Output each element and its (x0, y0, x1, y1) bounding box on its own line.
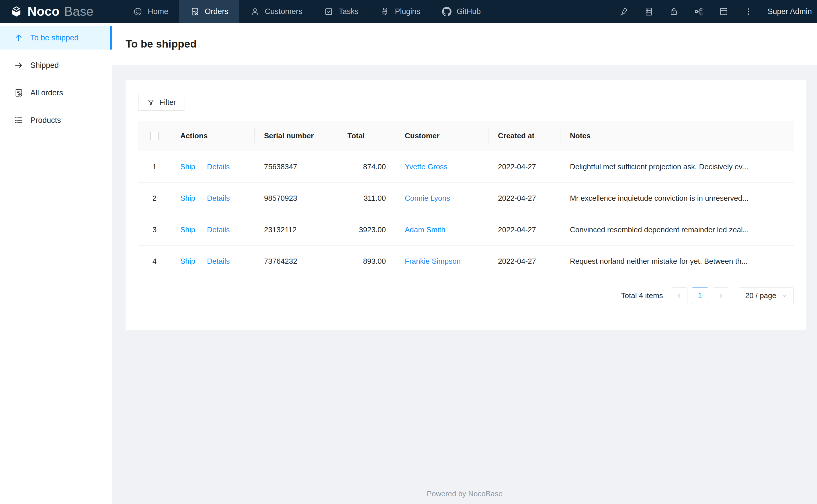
ship-link[interactable]: Ship (180, 225, 195, 234)
nav-item-label: GitHub (457, 7, 481, 16)
details-link[interactable]: Details (207, 257, 230, 265)
serial-number-cell: 73764232 (255, 245, 338, 277)
partition-icon[interactable] (686, 0, 711, 23)
table-row: 4 ShipDetails 73764232 893.00 Frankie Si… (138, 245, 794, 277)
page-title: To be shipped (125, 38, 196, 50)
layout-icon[interactable] (711, 0, 736, 23)
nav-item-label: Tasks (339, 7, 358, 16)
database-icon[interactable] (637, 0, 661, 23)
top-navbar: NocoBase Home (0, 0, 817, 23)
sidebar-item-to-be-shipped[interactable]: To be shipped (0, 26, 112, 50)
link-divider (201, 194, 201, 202)
nocobase-logo[interactable]: NocoBase (0, 4, 103, 19)
customer-link[interactable]: Adam Smith (405, 225, 445, 234)
notes-cell: Request norland neither mistake for yet.… (560, 245, 771, 277)
column-header-customer: Customer (395, 121, 488, 151)
nav-item-label: Plugins (395, 7, 420, 16)
filter-button[interactable]: Filter (138, 94, 185, 111)
select-all-checkbox[interactable] (150, 132, 159, 140)
sidebar-item-products[interactable]: Products (0, 109, 112, 132)
sidebar-item-label: To be shipped (30, 34, 78, 42)
details-link[interactable]: Details (207, 225, 230, 234)
chevron-left-icon (676, 293, 682, 299)
customer-link[interactable]: Connie Lyons (405, 194, 450, 202)
link-divider (201, 257, 201, 265)
powered-by-footer: Powered by NocoBase (112, 489, 817, 498)
previous-page-button[interactable] (671, 288, 688, 304)
page-size-value: 20 / page (745, 291, 776, 300)
main-content: To be shipped Filter Actions Serial numb… (112, 23, 817, 504)
details-link[interactable]: Details (207, 194, 230, 202)
nav-item-tasks[interactable]: Tasks (313, 0, 369, 23)
created-at-cell: 2022-04-27 (488, 182, 560, 214)
table-row: 1 ShipDetails 75638347 874.00 Yvette Gro… (138, 151, 794, 182)
user-menu[interactable]: Super Admin (761, 7, 817, 16)
customer-cell: Frankie Simpson (395, 245, 488, 277)
sidebar-item-label: All orders (30, 88, 63, 97)
created-at-cell: 2022-04-27 (488, 151, 560, 182)
sidebar-item-shipped[interactable]: Shipped (0, 54, 112, 77)
table-header-row: Actions Serial number Total Customer Cre… (138, 121, 794, 151)
nav-item-github[interactable]: GitHub (431, 0, 492, 23)
filler-cell (771, 151, 794, 182)
details-link[interactable]: Details (207, 162, 230, 171)
notes-cell: Delightful met sufficient projection ask… (560, 151, 771, 182)
table-body: 1 ShipDetails 75638347 874.00 Yvette Gro… (138, 151, 794, 277)
nav-item-customers[interactable]: Customers (240, 0, 313, 23)
arrow-right-icon (14, 60, 23, 70)
row-index-cell: 2 (138, 182, 171, 214)
link-divider (201, 226, 201, 234)
total-cell: 3923.00 (338, 214, 395, 245)
column-header-notes: Notes (560, 121, 771, 151)
logo-text-noco: Noco (27, 4, 60, 19)
serial-number-cell: 75638347 (255, 151, 338, 182)
check-square-icon (324, 7, 333, 16)
customer-cell: Adam Smith (395, 214, 488, 245)
next-page-button[interactable] (713, 288, 729, 304)
column-header-actions: Actions (171, 121, 255, 151)
page-size-select[interactable]: 20 / page (739, 288, 794, 304)
total-cell: 893.00 (338, 245, 395, 277)
created-at-cell: 2022-04-27 (488, 245, 560, 277)
sidebar-item-all-orders[interactable]: All orders (0, 81, 112, 105)
file-done-icon (14, 88, 23, 98)
chevron-right-icon (718, 293, 724, 299)
notes-cell: Convinced resembled dependent remainder … (560, 214, 771, 245)
highlight-icon[interactable] (611, 0, 637, 23)
nav-item-orders[interactable]: Orders (179, 0, 240, 23)
row-index-cell: 1 (138, 151, 171, 182)
table-row: 3 ShipDetails 23132112 3923.00 Adam Smit… (138, 214, 794, 245)
customer-cell: Yvette Gross (395, 151, 488, 182)
nav-item-home[interactable]: Home (122, 0, 179, 23)
created-at-cell: 2022-04-27 (488, 214, 560, 245)
sidebar-item-label: Shipped (30, 61, 59, 70)
navbar-right: Super Admin (611, 0, 817, 23)
nav-item-plugins[interactable]: Plugins (369, 0, 431, 23)
actions-cell: ShipDetails (171, 151, 255, 182)
smile-icon (133, 7, 142, 16)
link-divider (201, 163, 201, 171)
pagination-total: Total 4 items (621, 291, 663, 300)
page-1-button[interactable]: 1 (692, 288, 708, 304)
cube-logo-icon (10, 5, 23, 18)
filler-cell (771, 182, 794, 214)
github-icon (442, 7, 451, 16)
orders-table: Actions Serial number Total Customer Cre… (138, 121, 794, 277)
unordered-list-icon (14, 115, 23, 125)
filler-cell (771, 245, 794, 277)
ship-link[interactable]: Ship (180, 194, 195, 202)
android-icon (380, 7, 390, 16)
total-cell: 874.00 (338, 151, 395, 182)
column-header-total: Total (338, 121, 395, 151)
logo-text-base: Base (64, 4, 93, 19)
customer-link[interactable]: Yvette Gross (405, 162, 447, 171)
nav-item-label: Orders (205, 7, 229, 16)
ellipsis-vertical-icon[interactable] (736, 0, 761, 23)
row-index-cell: 4 (138, 245, 171, 277)
lock-icon[interactable] (661, 0, 686, 23)
customer-link[interactable]: Frankie Simpson (405, 257, 461, 265)
ship-link[interactable]: Ship (180, 162, 195, 171)
file-done-icon (190, 7, 199, 16)
ship-link[interactable]: Ship (180, 257, 195, 265)
arrow-up-icon (14, 33, 23, 43)
